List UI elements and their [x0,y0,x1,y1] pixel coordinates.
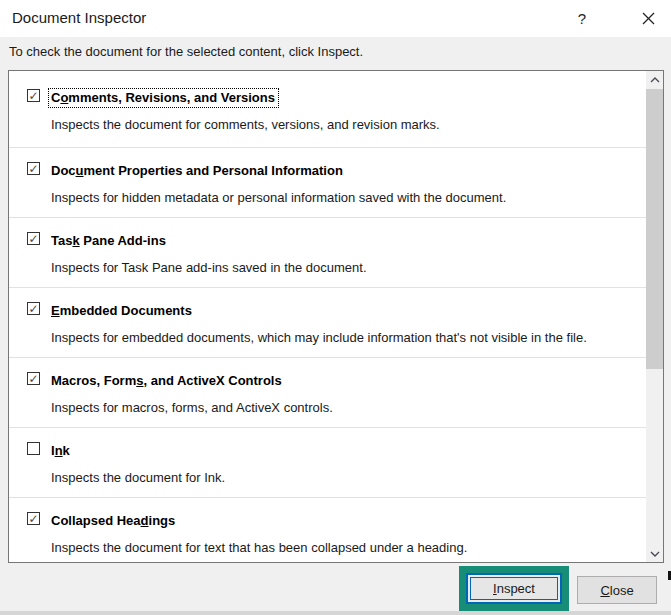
list-item-document-properties: ✓ Document Properties and Personal Infor… [9,148,646,218]
item-text: Collapsed Headings Inspects the document… [51,511,467,562]
list-item-collapsed-headings: ✓ Collapsed Headings Inspects the docume… [9,498,646,562]
item-title[interactable]: Collapsed Headings [51,513,175,528]
checkbox-task-pane-addins[interactable]: ✓ [27,232,40,245]
dialog-bottom-edge [0,611,671,615]
item-title[interactable]: Task Pane Add-ins [51,233,166,248]
item-text: Macros, Forms, and ActiveX Controls Insp… [51,371,333,427]
inspect-button-label: Inspect [493,581,535,596]
window-title: Document Inspector [12,9,146,26]
scroll-up-button[interactable] [646,71,663,88]
item-title[interactable]: Document Properties and Personal Informa… [51,163,343,178]
checkmark-icon: ✓ [28,91,38,101]
checkmark-icon: ✓ [28,164,38,174]
checkbox-ink[interactable] [27,442,40,455]
item-title[interactable]: Comments, Revisions, and Versions [48,88,279,108]
chevron-up-icon [650,77,660,83]
instruction-text: To check the document for the selected c… [9,44,363,59]
item-description: Inspects for macros, forms, and ActiveX … [51,400,333,415]
inspector-options-list: ✓ Comments, Revisions, and Versions Insp… [8,70,664,563]
scrollbar-thumb[interactable] [646,89,663,369]
checkmark-icon: ✓ [28,514,38,524]
chevron-down-icon [650,551,660,557]
item-description: Inspects for hidden metadata or personal… [51,190,506,205]
item-text: Document Properties and Personal Informa… [51,161,506,217]
window-close-button[interactable] [626,0,671,37]
vertical-scrollbar[interactable] [646,71,663,562]
checkmark-icon: ✓ [28,234,38,244]
help-icon: ? [578,10,586,27]
checkbox-collapsed-headings[interactable]: ✓ [27,512,40,525]
checkmark-icon: ✓ [28,374,38,384]
item-description: Inspects the document for Ink. [51,470,225,485]
item-text: Embedded Documents Inspects for embedded… [51,301,587,357]
close-icon [642,12,655,25]
item-description: Inspects for embedded documents, which m… [51,330,587,345]
list-item-macros-forms-activex: ✓ Macros, Forms, and ActiveX Controls In… [9,358,646,428]
document-inspector-dialog: Document Inspector ? To check the docume… [0,0,671,615]
item-title[interactable]: Macros, Forms, and ActiveX Controls [51,373,282,388]
item-title[interactable]: Embedded Documents [51,303,192,318]
list-item-ink: Ink Inspects the document for Ink. [9,428,646,498]
item-text: Task Pane Add-ins Inspects for Task Pane… [51,231,367,287]
checkbox-document-properties[interactable]: ✓ [27,162,40,175]
list-item-task-pane-addins: ✓ Task Pane Add-ins Inspects for Task Pa… [9,218,646,288]
title-bar: Document Inspector ? [0,0,671,37]
checkbox-embedded-documents[interactable]: ✓ [27,302,40,315]
scroll-down-button[interactable] [646,545,663,562]
list-items-container: ✓ Comments, Revisions, and Versions Insp… [9,71,646,562]
item-title[interactable]: Ink [51,443,70,458]
item-description: Inspects for Task Pane add-ins saved in … [51,260,367,275]
close-button-label: Close [600,583,633,598]
item-description: Inspects the document for comments, vers… [51,117,440,132]
list-item-comments: ✓ Comments, Revisions, and Versions Insp… [9,71,646,148]
list-item-embedded-documents: ✓ Embedded Documents Inspects for embedd… [9,288,646,358]
item-description: Inspects the document for text that has … [51,540,467,555]
item-text: Comments, Revisions, and Versions Inspec… [51,88,440,147]
inspect-button[interactable]: Inspect [466,573,562,604]
checkbox-comments[interactable]: ✓ [27,89,40,102]
item-text: Ink Inspects the document for Ink. [51,441,225,497]
checkbox-macros-forms-activex[interactable]: ✓ [27,372,40,385]
checkmark-icon: ✓ [28,304,38,314]
help-button[interactable]: ? [563,0,601,37]
close-button[interactable]: Close [577,576,657,604]
inspect-button-highlight-annotation: Inspect [459,566,569,611]
